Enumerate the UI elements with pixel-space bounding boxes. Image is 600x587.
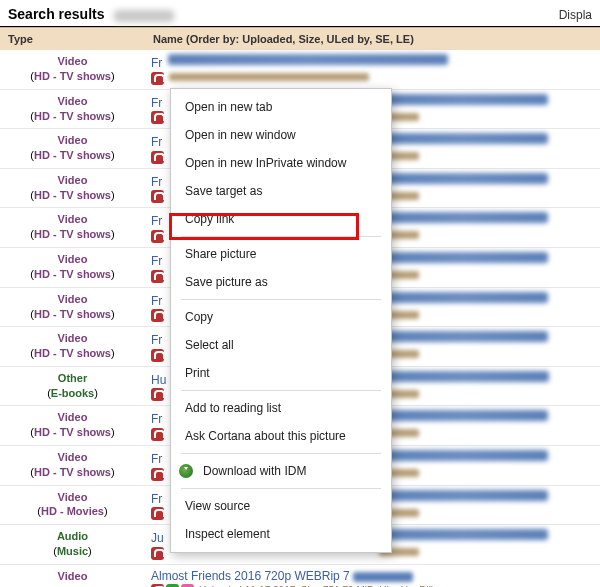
blur-segment bbox=[378, 212, 548, 223]
subcategory-link[interactable]: HD - TV shows bbox=[34, 228, 111, 240]
type-cell: Video(HD - TV shows) bbox=[0, 327, 145, 367]
title-stub[interactable]: Fr bbox=[151, 56, 165, 70]
title-stub[interactable]: Fr bbox=[151, 452, 165, 466]
ctx-download-idm[interactable]: Download with IDM bbox=[171, 457, 391, 485]
blur-segment bbox=[378, 133, 548, 144]
subcategory-link[interactable]: HD - TV shows bbox=[34, 149, 111, 161]
sub-close: ) bbox=[111, 110, 115, 122]
ctx-ask-cortana[interactable]: Ask Cortana about this picture bbox=[171, 422, 391, 450]
magnet-icon[interactable] bbox=[151, 270, 164, 283]
col-type[interactable]: Type bbox=[0, 28, 145, 51]
category-link[interactable]: Video bbox=[58, 253, 88, 265]
type-cell: Video(HD - TV shows) bbox=[0, 446, 145, 486]
magnet-icon[interactable] bbox=[151, 507, 164, 520]
subcategory-link[interactable]: HD - TV shows bbox=[34, 308, 111, 320]
magnet-icon[interactable] bbox=[151, 349, 164, 362]
title-stub[interactable]: Fr bbox=[151, 175, 165, 189]
row-icons bbox=[151, 71, 369, 85]
sub-close: ) bbox=[111, 268, 115, 280]
ctx-save-picture[interactable]: Save picture as bbox=[171, 268, 391, 296]
type-cell: Video(HD - Movies) bbox=[0, 485, 145, 525]
blur-segment bbox=[378, 490, 548, 501]
magnet-icon[interactable] bbox=[151, 388, 164, 401]
category-link[interactable]: Video bbox=[58, 451, 88, 463]
subcategory-link[interactable]: HD - TV shows bbox=[34, 466, 111, 478]
category-link[interactable]: Video bbox=[58, 570, 88, 582]
sub-close: ) bbox=[111, 70, 115, 82]
idm-icon bbox=[179, 464, 193, 478]
magnet-icon[interactable] bbox=[151, 468, 164, 481]
title-stub[interactable]: Fr bbox=[151, 412, 165, 426]
magnet-icon[interactable] bbox=[151, 111, 164, 124]
type-cell: Audio(Music) bbox=[0, 525, 145, 565]
subcategory-link[interactable]: HD - TV shows bbox=[34, 426, 111, 438]
blur-segment bbox=[379, 371, 549, 382]
magnet-icon[interactable] bbox=[151, 547, 164, 560]
subcategory-link[interactable]: E-books bbox=[51, 387, 94, 399]
magnet-icon[interactable] bbox=[151, 230, 164, 243]
blur-segment bbox=[378, 173, 548, 184]
ctx-separator bbox=[181, 453, 381, 454]
sub-close: ) bbox=[88, 545, 92, 557]
ctx-share-picture[interactable]: Share picture bbox=[171, 240, 391, 268]
category-link[interactable]: Video bbox=[58, 332, 88, 344]
ctx-open-new-tab[interactable]: Open in new tab bbox=[171, 93, 391, 121]
category-link[interactable]: Video bbox=[58, 134, 88, 146]
col-name[interactable]: Name (Order by: Uploaded, Size, ULed by,… bbox=[145, 28, 600, 51]
subcategory-link[interactable]: HD - TV shows bbox=[34, 347, 111, 359]
blur-segment bbox=[378, 94, 548, 105]
category-link[interactable]: Video bbox=[58, 411, 88, 423]
category-link[interactable]: Video bbox=[58, 293, 88, 305]
category-link[interactable]: Video bbox=[58, 213, 88, 225]
category-link[interactable]: Video bbox=[58, 174, 88, 186]
title-stub[interactable]: Hu bbox=[151, 373, 166, 387]
ctx-print[interactable]: Print bbox=[171, 359, 391, 387]
table-row: Video(HD - Movies)Almost Friends 2016 72… bbox=[0, 564, 600, 587]
category-link[interactable]: Video bbox=[58, 95, 88, 107]
torrent-title-link[interactable]: Almost Friends 2016 720p WEBRip 7 bbox=[151, 569, 413, 583]
type-cell: Video(HD - TV shows) bbox=[0, 248, 145, 288]
category-link[interactable]: Audio bbox=[57, 530, 88, 542]
blur-segment bbox=[378, 292, 548, 303]
ctx-inspect[interactable]: Inspect element bbox=[171, 520, 391, 548]
magnet-icon[interactable] bbox=[151, 190, 164, 203]
ctx-save-target[interactable]: Save target as bbox=[171, 177, 391, 205]
ctx-reading-list[interactable]: Add to reading list bbox=[171, 394, 391, 422]
type-cell: Other(E-books) bbox=[0, 366, 145, 406]
ctx-open-inprivate[interactable]: Open in new InPrivate window bbox=[171, 149, 391, 177]
subcategory-link[interactable]: HD - TV shows bbox=[34, 110, 111, 122]
title-stub[interactable]: Fr bbox=[151, 333, 165, 347]
table-row: Video(HD - TV shows)Fr bbox=[0, 50, 600, 89]
magnet-icon[interactable] bbox=[151, 309, 164, 322]
magnet-icon[interactable] bbox=[151, 151, 164, 164]
sub-close: ) bbox=[111, 308, 115, 320]
blur-segment bbox=[378, 252, 548, 263]
results-header: Search results Displa bbox=[0, 0, 600, 27]
type-cell: Video(HD - TV shows) bbox=[0, 89, 145, 129]
ctx-select-all[interactable]: Select all bbox=[171, 331, 391, 359]
title-stub[interactable]: Fr bbox=[151, 294, 165, 308]
category-link[interactable]: Video bbox=[58, 491, 88, 503]
title-stub[interactable]: Ju bbox=[151, 531, 165, 545]
ctx-copy[interactable]: Copy bbox=[171, 303, 391, 331]
title-stub[interactable]: Fr bbox=[151, 254, 165, 268]
subcategory-link[interactable]: Music bbox=[57, 545, 88, 557]
subcategory-link[interactable]: HD - TV shows bbox=[34, 189, 111, 201]
ctx-copy-link[interactable]: Copy link bbox=[171, 205, 391, 233]
subcategory-link[interactable]: HD - TV shows bbox=[34, 70, 111, 82]
magnet-icon[interactable] bbox=[151, 72, 164, 85]
title-stub[interactable]: Fr bbox=[151, 135, 165, 149]
title-stub[interactable]: Fr bbox=[151, 96, 165, 110]
ctx-view-source[interactable]: View source bbox=[171, 492, 391, 520]
category-link[interactable]: Video bbox=[58, 55, 88, 67]
sub-close: ) bbox=[111, 466, 115, 478]
title-stub[interactable]: Fr bbox=[151, 492, 165, 506]
ctx-separator bbox=[181, 236, 381, 237]
category-link[interactable]: Other bbox=[58, 372, 87, 384]
subcategory-link[interactable]: HD - TV shows bbox=[34, 268, 111, 280]
title-stub[interactable]: Fr bbox=[151, 214, 165, 228]
subcategory-link[interactable]: HD - Movies bbox=[41, 505, 104, 517]
type-cell: Video(HD - TV shows) bbox=[0, 168, 145, 208]
ctx-open-new-window[interactable]: Open in new window bbox=[171, 121, 391, 149]
magnet-icon[interactable] bbox=[151, 428, 164, 441]
